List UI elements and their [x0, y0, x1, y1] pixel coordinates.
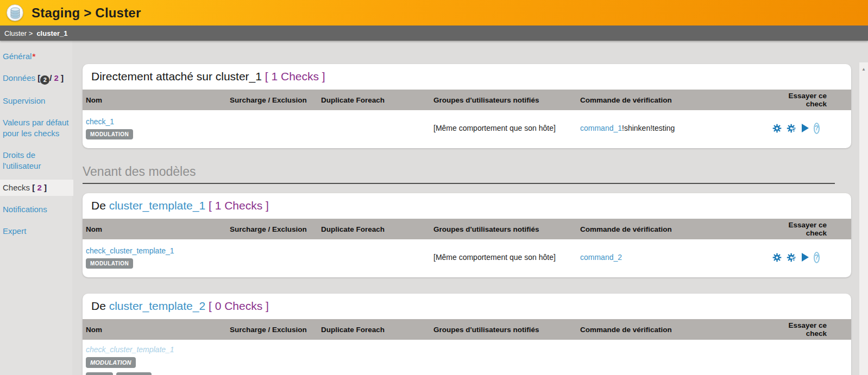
check-link[interactable]: check_cluster_template_1	[86, 246, 174, 255]
duplique-badge: Dupliqué	[116, 372, 152, 375]
col-commande: Commande de vérification	[577, 219, 770, 239]
gear-sync-icon[interactable]	[787, 253, 797, 262]
templates-heading: Venant des modèles	[83, 164, 835, 184]
command-args: !shinken!testing	[622, 124, 675, 132]
table-row: check_1 MODULATION [Même comportement qu…	[83, 110, 851, 148]
template1-checks-count: [ 1 Checks ]	[209, 199, 269, 212]
col-duplicate: Duplicate Foreach	[318, 319, 430, 340]
table-header-row: Nom Surcharge / Exclusion Duplicate Fore…	[83, 219, 851, 239]
help-icon[interactable]: ?	[814, 123, 820, 134]
page: Staging > Cluster Cluster > cluster_1 Gé…	[0, 0, 868, 375]
sidebar-item-donnees[interactable]: Données [2/ 2 ]	[0, 70, 72, 87]
modulation-badge: MODULATION	[86, 129, 133, 139]
col-surcharge: Surcharge / Exclusion	[227, 319, 318, 340]
sidebar-item-valeurs-defaut[interactable]: Valeurs par défaut pour les checks	[0, 115, 72, 142]
duplicate-cell	[318, 340, 430, 375]
table-row: check_cluster_template_1 MODULATION Cach…	[83, 340, 851, 375]
command-cell: command_1!shinken!testing	[577, 110, 770, 148]
command-link[interactable]: command_2	[580, 253, 622, 262]
page-title: Staging > Cluster	[32, 5, 141, 21]
col-commande: Commande de vérification	[577, 319, 770, 340]
sidebar-item-checks[interactable]: Checks [ 2 ]	[0, 180, 73, 196]
cache-badge: Caché	[86, 372, 113, 375]
breadcrumb-section[interactable]: Cluster >	[4, 29, 33, 37]
table-header-row: Nom Surcharge / Exclusion Duplicate Fore…	[83, 90, 851, 110]
col-groupes: Groupes d'utilisateurs notifiés	[430, 219, 577, 239]
sidebar-item-general[interactable]: Général*	[0, 48, 72, 65]
col-nom: Nom	[83, 219, 227, 239]
help-icon[interactable]: ?	[814, 252, 820, 263]
col-duplicate: Duplicate Foreach	[318, 90, 430, 110]
required-asterisk: *	[32, 52, 35, 61]
col-essayer: Essayer ce check	[770, 90, 851, 110]
command-link[interactable]: command_1	[580, 124, 622, 132]
template1-link[interactable]: cluster_template_1	[109, 199, 205, 212]
col-nom: Nom	[83, 319, 227, 340]
col-surcharge: Surcharge / Exclusion	[227, 90, 318, 110]
sidebar-item-notifications[interactable]: Notifications	[0, 201, 72, 218]
duplicate-cell	[318, 239, 430, 277]
play-icon[interactable]	[802, 253, 809, 262]
direct-checks-table: Nom Surcharge / Exclusion Duplicate Fore…	[83, 90, 851, 148]
row-actions: ?	[773, 123, 848, 134]
donnees-count-badge: 2	[40, 75, 49, 85]
modulation-badge: MODULATION	[86, 357, 136, 368]
col-groupes: Groupes d'utilisateurs notifiés	[430, 90, 577, 110]
col-commande: Commande de vérification	[577, 90, 770, 110]
breadcrumb-current: cluster_1	[36, 29, 67, 37]
notified-groups-cell	[430, 340, 577, 375]
main-content: Directement attaché sur cluster_1 [ 1 Ch…	[72, 41, 868, 375]
notified-groups-cell: [Même comportement que son hôte]	[430, 110, 577, 148]
command-cell	[577, 340, 770, 375]
table-row: check_cluster_template_1 MODULATION [Mêm…	[83, 239, 851, 277]
card-template-2: De cluster_template_2 [ 0 Checks ] Nom S…	[83, 294, 851, 375]
hidden-check-link[interactable]: check_cluster_template_1	[86, 345, 174, 354]
sidebar-item-supervision[interactable]: Supervision	[0, 93, 72, 109]
surcharge-cell	[227, 340, 318, 375]
row-actions: ?	[773, 252, 848, 263]
col-surcharge: Surcharge / Exclusion	[227, 219, 318, 239]
scroll-up-arrow-icon[interactable]: ▲	[859, 62, 868, 72]
surcharge-cell	[227, 110, 318, 148]
modulation-badge: MODULATION	[86, 258, 133, 269]
direct-checks-count: [ 1 Checks ]	[265, 70, 325, 82]
gear-icon[interactable]	[772, 124, 782, 133]
col-groupes: Groupes d'utilisateurs notifiés	[430, 319, 577, 340]
surcharge-cell	[227, 239, 318, 277]
play-icon[interactable]	[802, 124, 809, 132]
sidebar: Général* Données [2/ 2 ] Supervision Val…	[0, 41, 72, 375]
sidebar-item-droits-utilisateur[interactable]: Droits de l'utilisateur	[0, 147, 72, 174]
gear-sync-icon[interactable]	[787, 124, 797, 133]
template2-link[interactable]: cluster_template_2	[109, 300, 205, 312]
gear-icon[interactable]	[772, 253, 782, 262]
card-direct-checks: Directement attaché sur cluster_1 [ 1 Ch…	[83, 64, 851, 148]
actions-cell	[770, 340, 851, 375]
template2-checks-table: Nom Surcharge / Exclusion Duplicate Fore…	[83, 319, 851, 375]
card-template1-title: De cluster_template_1 [ 1 Checks ]	[83, 193, 851, 219]
card-template-1: De cluster_template_1 [ 1 Checks ] Nom S…	[83, 193, 851, 277]
notified-groups-cell: [Même comportement que son hôte]	[430, 239, 577, 277]
table-header-row: Nom Surcharge / Exclusion Duplicate Fore…	[83, 319, 851, 340]
app-header: Staging > Cluster	[0, 0, 868, 26]
duplicate-cell	[318, 110, 430, 148]
card-direct-title: Directement attaché sur cluster_1 [ 1 Ch…	[83, 64, 851, 90]
breadcrumb: Cluster > cluster_1	[0, 26, 868, 41]
template1-checks-table: Nom Surcharge / Exclusion Duplicate Fore…	[83, 219, 851, 277]
vertical-scrollbar[interactable]: ▲	[859, 62, 868, 375]
database-icon	[7, 4, 23, 21]
command-cell: command_2	[577, 239, 770, 277]
col-duplicate: Duplicate Foreach	[318, 219, 430, 239]
check-link[interactable]: check_1	[86, 117, 114, 126]
sidebar-item-expert[interactable]: Expert	[0, 223, 72, 239]
col-essayer: Essayer ce check	[770, 319, 851, 340]
col-nom: Nom	[83, 90, 227, 110]
card-template2-title: De cluster_template_2 [ 0 Checks ]	[83, 294, 851, 319]
col-essayer: Essayer ce check	[770, 219, 851, 239]
template2-checks-count: [ 0 Checks ]	[209, 300, 269, 312]
